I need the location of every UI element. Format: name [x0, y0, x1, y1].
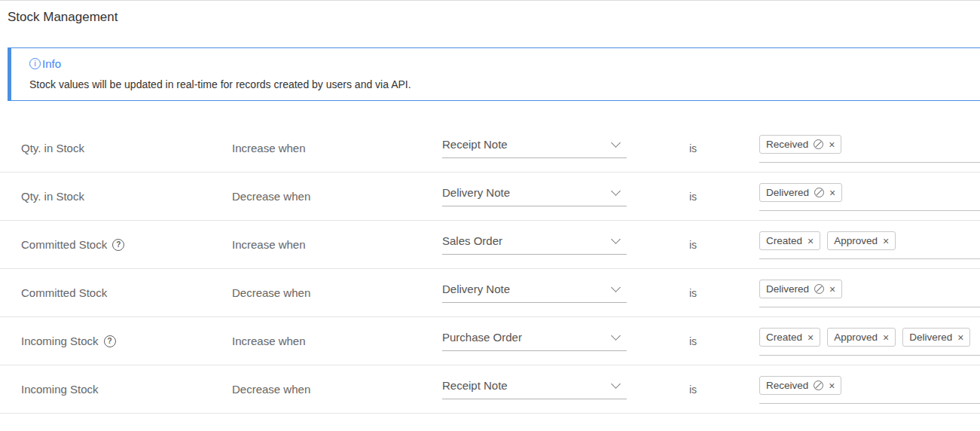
record-type-select[interactable]: Delivery Note — [442, 186, 627, 206]
condition-label: Decrease when — [232, 190, 442, 203]
info-banner: i Info Stock values will be updated in r… — [8, 47, 980, 101]
help-icon[interactable]: ? — [112, 239, 124, 251]
status-tag-label: Created — [766, 332, 802, 343]
status-tag: Created × — [759, 231, 820, 250]
remove-tag-icon[interactable]: × — [883, 332, 889, 343]
remove-tag-icon[interactable]: × — [883, 236, 889, 246]
status-tag-label: Delivered — [909, 332, 952, 343]
status-tag-label: Created — [766, 235, 802, 246]
stock-rule-row: Qty. in Stock Decrease when Delivery Not… — [0, 173, 980, 221]
status-tag: Created × — [759, 328, 820, 347]
stock-rules-list: Qty. in Stock Increase when Receipt Note… — [0, 124, 980, 414]
is-label: is — [627, 335, 759, 347]
record-type-select[interactable]: Delivery Note — [442, 283, 627, 303]
status-tag: Delivered × — [759, 183, 842, 202]
stock-rule-row: Incoming Stock Decrease when Receipt Not… — [0, 365, 980, 414]
status-multiselect[interactable]: Created × Approved × Delivered × — [759, 327, 980, 356]
remove-tag-icon[interactable]: × — [829, 284, 835, 295]
status-multiselect[interactable]: Received × — [759, 375, 980, 404]
stock-rule-row: Qty. in Stock Increase when Receipt Note… — [0, 124, 980, 173]
remove-tag-icon[interactable]: × — [808, 236, 814, 246]
chevron-down-icon — [611, 138, 621, 148]
blocked-icon — [814, 188, 824, 197]
status-tag-label: Delivered — [766, 187, 809, 198]
record-type-value: Sales Order — [442, 234, 502, 247]
status-tag: Approved × — [827, 231, 896, 250]
remove-tag-icon[interactable]: × — [808, 332, 814, 343]
status-tag: Delivered × — [902, 328, 970, 347]
chevron-down-icon — [611, 283, 621, 292]
status-tag-label: Approved — [834, 235, 878, 246]
status-multiselect[interactable]: Created × Approved × — [759, 231, 980, 259]
info-banner-message: Stock values will be updated in real-tim… — [29, 78, 980, 90]
metric-cell: Incoming Stock ? — [21, 335, 232, 347]
condition-label: Decrease when — [232, 383, 442, 396]
metric-cell: Committed Stock ? — [21, 238, 232, 251]
record-type-value: Delivery Note — [442, 186, 510, 199]
page-title: Stock Management — [8, 10, 972, 25]
status-multiselect[interactable]: Received × — [759, 134, 980, 163]
record-type-value: Delivery Note — [442, 283, 510, 295]
condition-label: Increase when — [232, 238, 442, 251]
status-tag-label: Delivered — [766, 283, 809, 295]
blocked-icon — [814, 139, 823, 149]
remove-tag-icon[interactable]: × — [957, 332, 963, 343]
status-tag-label: Received — [766, 139, 808, 150]
is-label: is — [627, 191, 759, 203]
stock-rule-row: Committed Stock ? Increase when Sales Or… — [0, 221, 980, 269]
chevron-down-icon — [611, 234, 621, 244]
info-banner-header: i Info — [29, 57, 980, 70]
status-tag: Approved × — [827, 328, 896, 347]
status-tag: Received × — [759, 376, 841, 395]
condition-label: Decrease when — [232, 286, 442, 299]
metric-label: Qty. in Stock — [21, 190, 84, 203]
metric-label: Committed Stock — [21, 286, 107, 299]
metric-label: Incoming Stock — [21, 383, 99, 396]
record-type-select[interactable]: Sales Order — [442, 234, 627, 255]
chevron-down-icon — [611, 331, 621, 341]
metric-cell: Qty. in Stock — [21, 142, 232, 154]
record-type-value: Receipt Note — [442, 379, 508, 392]
metric-cell: Qty. in Stock — [21, 190, 232, 203]
record-type-select[interactable]: Receipt Note — [442, 138, 627, 158]
metric-label: Incoming Stock — [21, 335, 99, 347]
remove-tag-icon[interactable]: × — [829, 139, 835, 150]
record-type-value: Purchase Order — [442, 331, 522, 344]
chevron-down-icon — [611, 379, 621, 389]
record-type-select[interactable]: Purchase Order — [442, 331, 627, 351]
info-banner-title: Info — [42, 57, 61, 70]
record-type-value: Receipt Note — [442, 138, 508, 151]
status-tag: Received × — [759, 135, 841, 154]
metric-label: Qty. in Stock — [21, 142, 84, 154]
metric-cell: Committed Stock — [21, 286, 232, 299]
chevron-down-icon — [611, 186, 621, 196]
condition-label: Increase when — [232, 335, 442, 347]
is-label: is — [627, 142, 759, 154]
remove-tag-icon[interactable]: × — [829, 188, 835, 198]
blocked-icon — [814, 381, 823, 390]
is-label: is — [627, 287, 759, 299]
status-multiselect[interactable]: Delivered × — [759, 279, 980, 307]
stock-rule-row: Committed Stock Decrease when Delivery N… — [0, 269, 980, 317]
stock-rule-row: Incoming Stock ? Increase when Purchase … — [0, 317, 980, 365]
record-type-select[interactable]: Receipt Note — [442, 379, 627, 399]
remove-tag-icon[interactable]: × — [829, 381, 835, 391]
is-label: is — [627, 384, 759, 396]
status-tag-label: Approved — [834, 332, 878, 343]
status-tag: Delivered × — [759, 280, 842, 298]
is-label: is — [627, 239, 759, 251]
blocked-icon — [814, 284, 824, 294]
metric-label: Committed Stock — [21, 238, 107, 251]
info-icon: i — [29, 58, 41, 69]
status-tag-label: Received — [766, 380, 808, 391]
metric-cell: Incoming Stock — [21, 383, 232, 396]
status-multiselect[interactable]: Delivered × — [759, 182, 980, 211]
condition-label: Increase when — [232, 142, 442, 154]
help-icon[interactable]: ? — [104, 335, 116, 347]
